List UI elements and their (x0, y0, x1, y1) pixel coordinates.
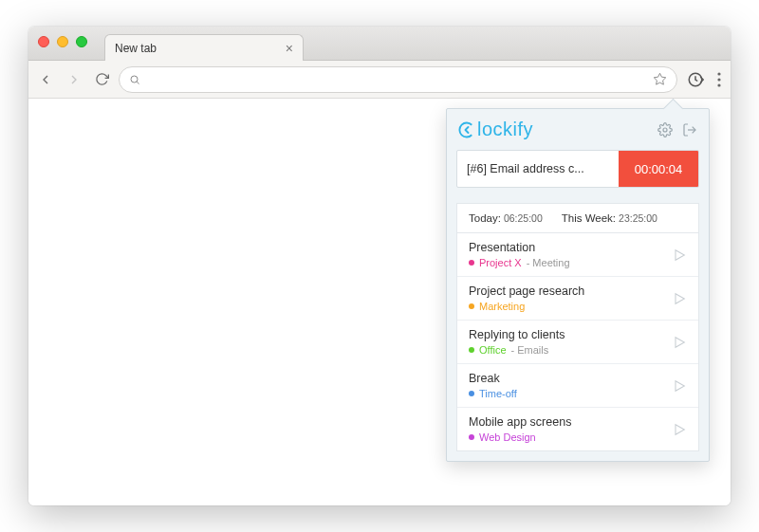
time-entry[interactable]: BreakTime-off (457, 364, 698, 408)
play-icon[interactable] (672, 378, 687, 394)
entry-project: Marketing (479, 301, 525, 312)
clockify-extension-icon[interactable] (687, 71, 704, 88)
week-value: 23:25:00 (619, 212, 657, 224)
today-value: 06:25:00 (504, 212, 543, 224)
timer-elapsed: 00:00:04 (635, 162, 683, 176)
svg-point-7 (663, 128, 667, 132)
today-stat: Today:06:25:00 (469, 212, 543, 224)
time-entry[interactable]: Replying to clientsOffice - Emails (457, 321, 698, 364)
timer-description-input[interactable]: [#6] Email address c... (457, 151, 619, 187)
extension-area (687, 71, 721, 88)
close-tab-icon[interactable]: × (286, 42, 293, 55)
week-label: This Week: (562, 212, 616, 224)
reload-button[interactable] (95, 72, 109, 87)
entry-project: Time-off (479, 388, 517, 399)
project-color-dot (469, 434, 474, 440)
entry-title: Break (469, 372, 517, 385)
entry-task: - Emails (511, 344, 549, 356)
titlebar: New tab × (28, 27, 731, 61)
nav-buttons (38, 72, 109, 87)
maximize-window-button[interactable] (76, 36, 87, 47)
panel-header: lockify (456, 119, 699, 150)
entry-title: Presentation (469, 241, 570, 254)
browser-tab[interactable]: New tab × (104, 34, 304, 61)
minimize-window-button[interactable] (57, 36, 68, 47)
play-icon[interactable] (672, 291, 687, 306)
today-label: Today: (469, 212, 501, 224)
entry-project: Project X (479, 257, 522, 268)
close-window-button[interactable] (38, 36, 49, 47)
timer-row: [#6] Email address c... 00:00:04 (456, 150, 699, 188)
week-stat: This Week:23:25:00 (562, 212, 657, 224)
search-icon (129, 74, 140, 85)
address-bar[interactable] (119, 66, 677, 93)
play-icon[interactable] (672, 422, 687, 437)
timer-stop-button[interactable]: 00:00:04 (619, 151, 698, 187)
toolbar (28, 61, 731, 99)
clockify-panel: lockify [#6] Email address c... 00:00:04 (446, 108, 710, 462)
time-entry[interactable]: PresentationProject X - Meeting (457, 233, 698, 277)
svg-line-1 (137, 82, 139, 83)
entry-task: - Meeting (527, 257, 570, 268)
window-controls (38, 36, 87, 47)
address-input[interactable] (148, 73, 645, 86)
logout-button[interactable] (682, 122, 697, 138)
time-entry[interactable]: Mobile app screensWeb Design (457, 408, 698, 451)
project-color-dot (469, 347, 474, 353)
browser-menu-icon[interactable] (717, 72, 721, 87)
entry-project: Web Design (479, 431, 536, 443)
entry-title: Mobile app screens (469, 415, 571, 429)
play-icon[interactable] (672, 335, 687, 350)
project-color-dot (469, 303, 474, 309)
svg-point-5 (717, 78, 720, 81)
back-button[interactable] (38, 72, 53, 87)
bookmark-star-icon[interactable] (653, 72, 667, 86)
settings-button[interactable] (657, 122, 673, 138)
time-entry[interactable]: Project page researchMarketing (457, 277, 698, 321)
entry-title: Replying to clients (469, 328, 565, 341)
entry-title: Project page research (469, 284, 584, 298)
svg-marker-2 (654, 73, 666, 84)
project-color-dot (469, 260, 474, 266)
svg-marker-11 (676, 337, 684, 347)
clockify-logo: lockify (458, 119, 533, 140)
svg-point-4 (717, 72, 720, 75)
entry-list: PresentationProject X - MeetingProject p… (456, 233, 699, 451)
svg-marker-13 (676, 424, 684, 434)
svg-marker-12 (676, 380, 684, 391)
entry-project: Office (479, 344, 507, 356)
svg-point-6 (717, 83, 720, 86)
svg-marker-9 (676, 249, 684, 260)
project-color-dot (469, 391, 474, 396)
stats-row: Today:06:25:00 This Week:23:25:00 (456, 203, 699, 233)
play-icon[interactable] (672, 248, 687, 263)
browser-window: New tab × (28, 27, 731, 505)
tab-title: New tab (115, 42, 157, 55)
forward-button[interactable] (66, 72, 82, 87)
timer-description-text: [#6] Email address c... (467, 162, 584, 175)
logo-text: lockify (477, 119, 533, 140)
svg-point-0 (131, 76, 138, 83)
svg-marker-10 (676, 293, 684, 303)
